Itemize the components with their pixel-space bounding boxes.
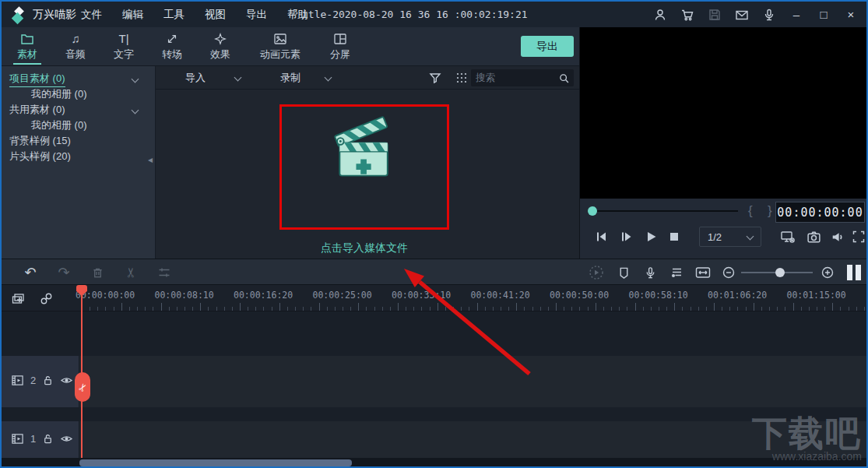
mark-out-icon[interactable]: }: [768, 203, 772, 219]
play-button[interactable]: [642, 228, 659, 245]
tree-item-background-samples[interactable]: 背景样例 (15): [2, 133, 155, 149]
marker-icon[interactable]: [615, 264, 632, 281]
search-input[interactable]: [471, 72, 558, 83]
split-scissors-icon[interactable]: ✂: [122, 264, 139, 281]
tree-item-my-album-2[interactable]: 我的相册 (0): [2, 118, 155, 133]
eye-icon[interactable]: [60, 433, 73, 445]
maximize-button[interactable]: □: [814, 5, 833, 24]
mail-icon[interactable]: [733, 5, 751, 24]
save-icon[interactable]: [705, 5, 724, 24]
add-track-icon[interactable]: [9, 290, 26, 307]
volume-icon[interactable]: [828, 228, 845, 245]
undo-icon[interactable]: ↶: [22, 264, 39, 281]
import-dropdown[interactable]: 导入: [185, 71, 206, 85]
ruler-tick: [129, 307, 130, 311]
menu-file[interactable]: 文件: [81, 8, 102, 22]
search-icon[interactable]: [558, 72, 570, 84]
menu-edit[interactable]: 编辑: [122, 8, 143, 22]
tree-item-project-media[interactable]: 项目素材 (0): [2, 71, 155, 86]
chevron-down-icon[interactable]: [132, 107, 139, 114]
snapshot-camera-icon[interactable]: [805, 228, 822, 245]
video-track-icon: [11, 375, 24, 386]
ruler-tick: [635, 303, 636, 311]
timeline-ruler[interactable]: 00:00:00:0000:00:08:1000:00:16:2000:00:2…: [2, 285, 866, 311]
audio-mixer-icon[interactable]: [668, 264, 685, 281]
timeline-zoom-slider[interactable]: [741, 272, 813, 273]
display-settings-icon[interactable]: [779, 228, 796, 245]
playhead-line[interactable]: [81, 285, 83, 458]
cart-icon[interactable]: [678, 5, 697, 24]
link-icon[interactable]: [37, 290, 54, 307]
filter-icon[interactable]: [428, 71, 442, 85]
tree-item-my-album[interactable]: 我的相册 (0): [2, 86, 155, 102]
track-lane-2[interactable]: [2, 356, 866, 407]
voice-record-icon[interactable]: [760, 5, 778, 24]
menu-tools[interactable]: 工具: [163, 8, 184, 22]
tree-item-shared-media[interactable]: 共用素材 (0): [2, 102, 155, 118]
ruler-tick: [824, 307, 825, 311]
tree-item-intro-samples[interactable]: 片头样例 (20): [2, 149, 155, 164]
zoom-in-icon[interactable]: [819, 264, 836, 281]
stop-button[interactable]: [666, 228, 683, 245]
fullscreen-icon[interactable]: [850, 228, 867, 245]
record-dropdown[interactable]: 录制: [280, 71, 300, 85]
chevron-down-icon[interactable]: [132, 76, 139, 83]
preview-quality-dropdown[interactable]: 1/2: [699, 227, 761, 247]
close-button[interactable]: ×: [842, 5, 860, 24]
zoom-slider-handle[interactable]: [775, 268, 785, 277]
ruler-tick: [366, 307, 367, 311]
next-frame-button[interactable]: [617, 228, 634, 245]
track-lane-1[interactable]: [2, 421, 866, 458]
zoom-out-icon[interactable]: [720, 264, 737, 281]
import-media-drop-area[interactable]: 点击导入媒体文件: [279, 104, 449, 230]
ruler-tick: [714, 303, 715, 311]
lock-icon[interactable]: [42, 433, 54, 445]
tab-text[interactable]: T| 文字: [100, 27, 148, 66]
video-preview[interactable]: [580, 27, 868, 199]
delete-icon[interactable]: [89, 264, 106, 281]
ruler-tick: [161, 303, 162, 311]
tab-label: 文字: [114, 48, 134, 62]
menu-export[interactable]: 导出: [246, 8, 267, 22]
adjust-sliders-icon[interactable]: [156, 264, 173, 281]
tab-transition[interactable]: 转场: [148, 27, 196, 66]
timecode-display: 00:00:00:00: [775, 202, 865, 223]
ruler-tick: [208, 307, 209, 311]
previous-frame-button[interactable]: [592, 228, 610, 245]
tab-effects[interactable]: 效果: [196, 27, 244, 66]
sidebar-collapse-handle[interactable]: ◂: [148, 154, 153, 165]
export-button[interactable]: 导出: [521, 36, 574, 57]
app-name: 万兴喵影: [33, 8, 76, 22]
mark-in-icon[interactable]: {: [748, 203, 753, 219]
tab-splitscreen[interactable]: 分屏: [316, 27, 364, 66]
tab-elements[interactable]: 动画元素: [244, 27, 316, 66]
library-tab-bar: 素材 ♫ 音频 T| 文字 转场 效果 动画元素: [2, 27, 579, 66]
project-title: itle-2020-08-20 16 36 16 :00:02:19:21: [302, 9, 528, 20]
tab-audio[interactable]: ♫ 音频: [51, 27, 100, 66]
ruler-tick: [374, 307, 375, 311]
import-media-label[interactable]: 点击导入媒体文件: [279, 241, 449, 255]
eye-icon[interactable]: [60, 375, 73, 386]
track-panel-toggle-icon[interactable]: [847, 265, 863, 280]
menu-view[interactable]: 视图: [205, 8, 226, 22]
redo-icon[interactable]: ↷: [55, 264, 72, 281]
lock-icon[interactable]: [42, 375, 54, 386]
minimize-button[interactable]: –: [787, 5, 806, 24]
ruler-tick: [746, 307, 747, 311]
tab-media[interactable]: 素材: [3, 27, 51, 66]
playhead-scissors-button[interactable]: ✂: [75, 372, 90, 402]
fit-timeline-icon[interactable]: [694, 264, 712, 281]
grid-view-icon[interactable]: [455, 71, 469, 85]
ruler-tick: [801, 307, 802, 311]
render-preview-icon[interactable]: [588, 264, 605, 281]
chevron-down-icon[interactable]: [325, 74, 332, 82]
seek-handle[interactable]: [588, 206, 597, 216]
ruler-tick: [137, 307, 138, 311]
horizontal-scrollbar[interactable]: [79, 459, 352, 466]
seek-bar[interactable]: [597, 210, 738, 212]
voiceover-mic-icon[interactable]: [641, 264, 659, 281]
ruler-tick: [666, 307, 667, 311]
account-icon[interactable]: [651, 5, 669, 24]
chevron-down-icon[interactable]: [234, 74, 242, 82]
ruler-tick: [200, 303, 201, 311]
